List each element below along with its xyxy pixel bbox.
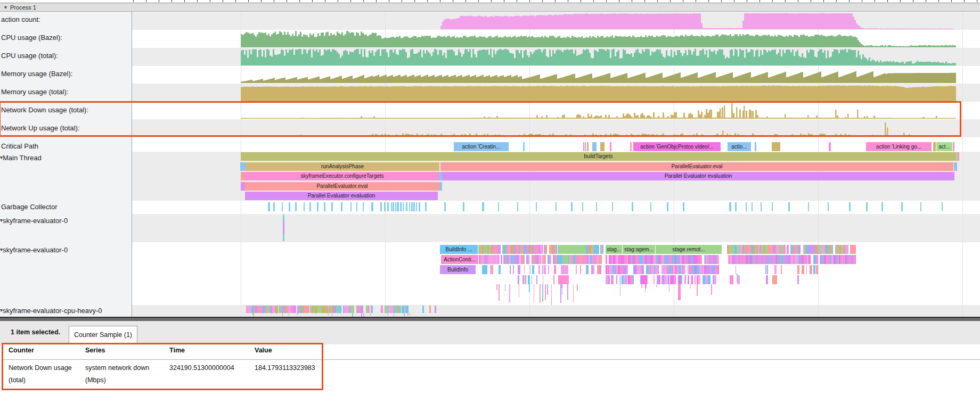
mosaic-slice — [781, 265, 782, 274]
slice[interactable] — [439, 182, 442, 191]
slice[interactable] — [240, 162, 246, 171]
gc-tick — [498, 202, 500, 211]
sidebar-track-memory-usage-bazel-[interactable]: Memory usage (Bazel): — [0, 69, 133, 78]
mosaic-slice — [406, 306, 409, 313]
mosaic-slice — [681, 275, 682, 284]
slice[interactable] — [829, 142, 831, 151]
slice[interactable] — [585, 142, 586, 151]
descender-line — [573, 284, 574, 303]
mosaic-slice — [522, 275, 524, 284]
sidebar-track-skyframe-evaluator-0[interactable]: ▾skyframe-evaluator-0 — [0, 245, 132, 254]
slice-action-genobjcprotos-video-[interactable]: action 'GenObjcProtos video/... — [633, 142, 721, 151]
mosaic-slice — [664, 275, 667, 284]
track-row-bg — [132, 84, 980, 102]
slice-actio-[interactable]: actio... — [728, 142, 751, 151]
slice-skyframeexecutor-configuretargets[interactable]: skyframeExecutor.configureTargets — [246, 172, 439, 180]
sidebar-track-cpu-usage-total-[interactable]: CPU usage (total): — [0, 51, 133, 60]
sidebar-track-action-count-[interactable]: action count: — [0, 14, 133, 24]
mosaic-slice — [524, 255, 525, 264]
slice-stag-[interactable]: stag... — [606, 245, 622, 254]
sidebar-track-garbage-collector[interactable]: Garbage Collector — [0, 202, 133, 211]
slice-stag-agem-[interactable]: stag:agem... — [623, 245, 655, 254]
mosaic-slice — [798, 245, 801, 254]
slice-stage-remot-[interactable]: stage.remot... — [656, 245, 722, 254]
descender-line — [404, 313, 405, 316]
slice-act-[interactable]: act... — [936, 142, 952, 151]
slice-actionconti-[interactable]: ActionConti... — [441, 255, 478, 264]
mosaic-slice — [586, 265, 589, 274]
sidebar-track-skyframe-evaluator-0[interactable]: ▾skyframe-evaluator-0 — [0, 216, 132, 225]
slice[interactable] — [583, 142, 584, 151]
slice[interactable] — [563, 255, 568, 264]
ruler-ticks — [133, 0, 980, 2]
sidebar-track-critical-path[interactable]: Critical Path — [0, 141, 133, 151]
mosaic-slice — [544, 255, 546, 264]
annotation-red-box — [0, 101, 961, 137]
slice[interactable] — [523, 142, 525, 151]
mosaic-slice — [576, 265, 577, 274]
slice-action-creatin-[interactable]: action 'Creatin... — [454, 142, 509, 151]
slice-parallel-evaluator-evaluation[interactable]: Parallel Evaluator evaluation — [442, 172, 954, 180]
track-label: action count: — [1, 15, 40, 23]
process-header[interactable]: ▾ Process 1 — [0, 3, 980, 12]
descender-line — [577, 284, 578, 291]
tab-counter-sample[interactable]: Counter Sample (1) — [69, 326, 137, 344]
mosaic-slice — [510, 265, 511, 274]
slice[interactable] — [772, 142, 780, 151]
slice[interactable] — [241, 172, 246, 180]
mosaic-slice — [544, 265, 546, 274]
mosaic-slice — [553, 275, 554, 284]
descender-line — [326, 313, 328, 314]
slice[interactable] — [958, 152, 959, 161]
slice-runanalysisphase[interactable]: runAnalysisPhase — [246, 162, 439, 171]
slice[interactable] — [933, 142, 936, 151]
slice[interactable] — [482, 265, 487, 274]
gc-tick — [350, 202, 352, 211]
descender-line — [562, 284, 563, 295]
mosaic-slice — [275, 306, 278, 313]
panel-separator[interactable] — [0, 317, 980, 321]
slice-buildinfo[interactable]: BuildInfo — [440, 265, 476, 274]
mosaic-slice — [293, 306, 296, 313]
slice[interactable] — [755, 142, 756, 151]
slice[interactable] — [600, 142, 605, 151]
slice[interactable] — [610, 142, 611, 151]
gc-tick — [881, 202, 883, 211]
mosaic-slice — [701, 255, 702, 264]
gc-tick — [735, 202, 737, 211]
slice[interactable] — [558, 275, 569, 284]
gc-tick — [612, 202, 614, 211]
sidebar-track-cpu-usage-bazel-[interactable]: CPU usage (Bazel): — [0, 32, 133, 42]
mosaic-slice — [532, 275, 532, 284]
descender-line — [352, 313, 353, 317]
descender-line — [560, 284, 561, 303]
slice-parallelevaluator-eval[interactable]: ParallelEvaluator.eval — [440, 162, 953, 171]
gc-tick — [387, 202, 389, 211]
sidebar-track-skyframe-evaluator-cpu-heavy-0[interactable]: ▾skyframe-evaluator-cpu-heavy-0 — [0, 306, 132, 315]
mosaic-slice — [718, 265, 719, 274]
slice-action-linking-go-[interactable]: action 'Linking go... — [866, 142, 932, 151]
slice[interactable] — [241, 182, 245, 191]
slice[interactable] — [587, 142, 589, 151]
sidebar-track-memory-usage-total-[interactable]: Memory usage (total): — [0, 87, 133, 96]
mosaic-slice — [492, 265, 493, 274]
slice-parallelevaluator-eval[interactable]: ParallelEvaluator.eval — [245, 182, 439, 191]
slice-buildtargets[interactable]: buildTargets — [241, 152, 956, 161]
slice[interactable] — [954, 162, 957, 171]
slice[interactable] — [630, 142, 632, 151]
slice[interactable] — [558, 245, 586, 254]
sidebar-track-main-thread[interactable]: ▾Main Thread — [0, 153, 132, 162]
slice[interactable] — [592, 142, 597, 151]
slice-buildinfo-[interactable]: BuildInfo ... — [440, 245, 478, 254]
mosaic-slice — [675, 275, 676, 284]
slice[interactable] — [953, 142, 954, 151]
mosaic-slice — [538, 265, 540, 274]
collapse-triangle-icon[interactable]: ▾ — [4, 5, 7, 10]
gc-tick — [828, 202, 829, 211]
slice-parallel-evaluator-evaluation[interactable]: Parallel Evaluator evaluation — [245, 192, 438, 200]
gc-tick — [416, 202, 418, 211]
mosaic-slice — [802, 265, 804, 274]
gc-tick — [849, 202, 851, 211]
gc-tick — [317, 202, 318, 211]
descender-line — [276, 313, 277, 314]
